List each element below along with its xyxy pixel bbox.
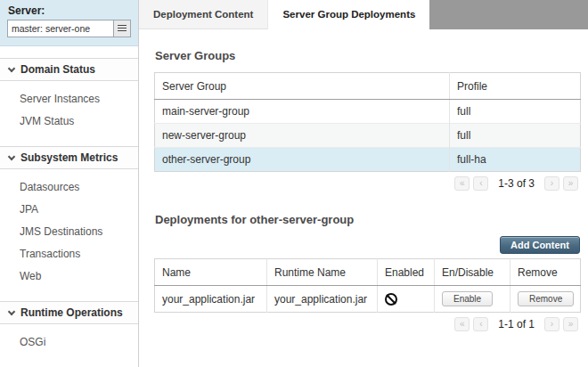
remove-button[interactable]: Remove: [518, 291, 574, 306]
server-dropdown-button[interactable]: [113, 20, 130, 37]
table-row[interactable]: main-server-group full: [155, 100, 581, 124]
nav-header-domain-status[interactable]: Domain Status: [0, 58, 138, 81]
table-row[interactable]: new-server-group full: [155, 124, 581, 148]
add-content-button[interactable]: Add Content: [500, 236, 580, 254]
cell-profile: full: [450, 100, 581, 124]
admin-console: Server: Domain Status Server Instances J…: [0, 0, 588, 367]
nav-items: OSGi: [0, 324, 138, 355]
column-header-profile: Profile: [450, 73, 581, 100]
server-selector-panel: Server:: [0, 0, 138, 46]
sidebar: Server: Domain Status Server Instances J…: [0, 0, 139, 367]
server-groups-title: Server Groups: [155, 49, 581, 62]
chevron-down-icon: [8, 307, 15, 314]
tab-deployment-content[interactable]: Deployment Content: [139, 0, 268, 29]
disabled-icon: [385, 293, 397, 306]
sidebar-item-datasources[interactable]: Datasources: [0, 176, 138, 199]
pager-next-button[interactable]: ›: [544, 317, 559, 331]
pager-prev-button[interactable]: ‹: [473, 317, 488, 331]
tab-bar: Deployment Content Server Group Deployme…: [139, 0, 588, 29]
pager-last-button[interactable]: »: [563, 317, 578, 331]
cell-runtime-name: your_application.jar: [267, 286, 378, 313]
server-groups-pager: « ‹ 1-3 of 3 › »: [154, 176, 580, 191]
sidebar-item-transactions[interactable]: Transactions: [0, 243, 138, 265]
cell-server-group: main-server-group: [155, 100, 450, 124]
cell-server-group: other-server-group: [155, 148, 450, 172]
deployments-toolbar: Add Content: [154, 236, 580, 254]
nav-items: Datasources JPA JMS Destinations Transac…: [0, 169, 138, 290]
column-header-runtime-name: Runtime Name: [267, 259, 378, 286]
server-label: Server:: [7, 4, 131, 20]
nav-header-runtime-operations[interactable]: Runtime Operations: [0, 301, 138, 324]
pager-next-button[interactable]: ›: [544, 176, 559, 191]
sidebar-item-jvm-status[interactable]: JVM Status: [0, 110, 138, 133]
nav-section-subsystem-metrics: Subsystem Metrics Datasources JPA JMS De…: [0, 146, 138, 290]
nav-header-label: Subsystem Metrics: [20, 151, 118, 164]
pager-range-text: 1-1 of 1: [498, 318, 535, 330]
deployments-title: Deployments for other-server-group: [155, 213, 581, 226]
deployment-row[interactable]: your_application.jar your_application.ja…: [155, 286, 581, 313]
content: Server Groups Server Group Profile main-…: [139, 29, 588, 331]
table-row-selected[interactable]: other-server-group full-ha: [155, 148, 581, 172]
column-header-server-group: Server Group: [155, 73, 450, 100]
nav-section-domain-status: Domain Status Server Instances JVM Statu…: [0, 58, 138, 135]
nav-items: Server Instances JVM Status: [0, 81, 138, 135]
enable-button[interactable]: Enable: [442, 291, 493, 306]
deployments-pager: « ‹ 1-1 of 1 › »: [154, 317, 580, 331]
sidebar-item-osgi[interactable]: OSGi: [0, 331, 138, 354]
pager-last-button[interactable]: »: [563, 176, 578, 191]
nav-header-subsystem-metrics[interactable]: Subsystem Metrics: [0, 146, 138, 169]
nav-header-label: Runtime Operations: [20, 306, 123, 319]
cell-profile: full: [450, 124, 581, 148]
pager-first-button[interactable]: «: [454, 176, 470, 191]
nav-section-runtime-operations: Runtime Operations OSGi: [0, 301, 138, 355]
tab-bar-filler: [429, 0, 588, 29]
nav-header-label: Domain Status: [20, 63, 95, 76]
tab-server-group-deployments[interactable]: Server Group Deployments: [268, 0, 429, 29]
pager-first-button[interactable]: «: [454, 317, 470, 331]
cell-deployment-name: your_application.jar: [155, 286, 267, 313]
server-groups-table: Server Group Profile main-server-group f…: [154, 72, 581, 172]
pager-range-text: 1-3 of 3: [498, 177, 535, 190]
pager-prev-button[interactable]: ‹: [473, 176, 488, 191]
server-input[interactable]: [8, 20, 113, 37]
server-combobox[interactable]: [7, 20, 131, 37]
chevron-down-icon: [8, 64, 15, 71]
cell-profile: full-ha: [450, 148, 581, 172]
column-header-name: Name: [155, 259, 267, 286]
column-header-enabled: Enabled: [378, 259, 435, 286]
sidebar-item-jms-destinations[interactable]: JMS Destinations: [0, 221, 138, 243]
column-header-remove: Remove: [510, 259, 581, 286]
main-area: Deployment Content Server Group Deployme…: [139, 0, 588, 367]
sidebar-item-web[interactable]: Web: [0, 265, 138, 288]
cell-server-group: new-server-group: [155, 124, 450, 148]
list-icon: [118, 25, 127, 33]
sidebar-item-jpa[interactable]: JPA: [0, 199, 138, 221]
sidebar-item-server-instances[interactable]: Server Instances: [0, 88, 138, 110]
column-header-en-disable: En/Disable: [435, 259, 510, 286]
deployments-table: Name Runtime Name Enabled En/Disable Rem…: [154, 258, 581, 313]
chevron-down-icon: [8, 152, 15, 159]
